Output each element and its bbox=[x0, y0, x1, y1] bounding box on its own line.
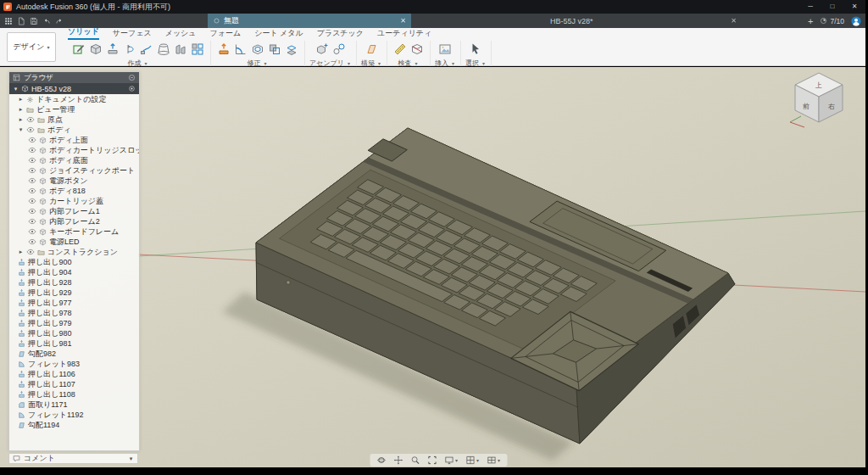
offset-face-icon[interactable] bbox=[283, 41, 300, 58]
ribbon-tab[interactable]: ユーティリティ bbox=[377, 28, 431, 40]
collapse-panel-icon[interactable] bbox=[128, 74, 136, 81]
measure-icon[interactable] bbox=[392, 41, 409, 58]
workspace-selector[interactable]: デザイン ▾ bbox=[7, 32, 56, 62]
caret-down-icon[interactable]: ▾ bbox=[18, 126, 24, 133]
tree-item[interactable]: キーボードフレーム bbox=[9, 226, 139, 237]
rib-icon[interactable] bbox=[172, 41, 189, 58]
tree-item[interactable]: 押し出し928 bbox=[9, 277, 139, 288]
app-grid-icon[interactable] bbox=[2, 14, 14, 27]
tree-item[interactable]: 勾配982 bbox=[9, 349, 139, 359]
job-status[interactable]: 7/10 bbox=[820, 17, 844, 25]
create-sketch-icon[interactable] bbox=[70, 41, 87, 58]
tree-item[interactable]: 勾配1194 bbox=[9, 420, 139, 430]
revolve-icon[interactable] bbox=[121, 41, 138, 58]
tree-item[interactable]: カートリッジ蓋 bbox=[9, 196, 139, 206]
save-icon[interactable] bbox=[27, 14, 40, 27]
display-settings-icon[interactable]: ▾ bbox=[444, 455, 458, 465]
section-analysis-icon[interactable] bbox=[409, 41, 426, 58]
zoom-icon[interactable] bbox=[410, 455, 420, 465]
viewports-icon[interactable]: ▾ bbox=[487, 455, 500, 465]
visibility-eye-icon[interactable] bbox=[26, 115, 35, 124]
caret-right-icon[interactable]: ▸ bbox=[18, 249, 24, 255]
document-tab[interactable]: HB-55J v28*✕ bbox=[545, 14, 742, 28]
visibility-eye-icon[interactable] bbox=[26, 126, 35, 134]
visibility-eye-icon[interactable] bbox=[28, 176, 36, 185]
visibility-eye-icon[interactable] bbox=[28, 207, 36, 215]
file-icon[interactable] bbox=[14, 14, 27, 27]
close-button[interactable]: ✕ bbox=[843, 0, 865, 14]
sweep-icon[interactable] bbox=[138, 41, 155, 58]
visibility-eye-icon[interactable] bbox=[28, 238, 36, 246]
joint-icon[interactable] bbox=[331, 41, 348, 58]
new-tab-button[interactable]: + bbox=[808, 16, 813, 26]
pan-icon[interactable] bbox=[393, 455, 403, 465]
visibility-eye-icon[interactable] bbox=[28, 217, 36, 226]
tree-item[interactable]: 押し出し900 bbox=[9, 257, 139, 267]
ribbon-tab[interactable]: プラスチック bbox=[317, 28, 364, 40]
tree-item[interactable]: フィレット983 bbox=[9, 359, 139, 369]
caret-down-icon[interactable]: ▾ bbox=[13, 86, 19, 92]
primitive-box-icon[interactable] bbox=[87, 41, 104, 58]
tree-item[interactable]: 押し出し1106 bbox=[9, 369, 139, 379]
tree-item[interactable]: ▾ボディ bbox=[9, 125, 139, 135]
tree-item[interactable]: 電源LED bbox=[9, 237, 139, 247]
tree-item[interactable]: ▸コンストラクション bbox=[9, 247, 139, 257]
shell-icon[interactable] bbox=[249, 41, 266, 58]
tree-item[interactable]: 内部フレーム1 bbox=[9, 206, 139, 216]
tree-item[interactable]: 押し出し977 bbox=[9, 298, 139, 308]
ribbon-tab[interactable]: シート メタル bbox=[254, 28, 303, 40]
fillet-icon[interactable] bbox=[232, 41, 249, 58]
caret-right-icon[interactable]: ▸ bbox=[18, 96, 24, 103]
tree-item[interactable]: ジョイスティックポート bbox=[9, 165, 139, 176]
visibility-eye-icon[interactable] bbox=[28, 227, 36, 236]
tree-item[interactable]: ▸ビュー管理 bbox=[9, 104, 139, 115]
press-pull-icon[interactable] bbox=[215, 41, 232, 58]
tree-item[interactable]: 面取り1171 bbox=[9, 400, 139, 410]
pattern-icon[interactable] bbox=[189, 41, 206, 58]
fit-icon[interactable] bbox=[427, 455, 437, 465]
tree-item[interactable]: ▸ドキュメントの設定 bbox=[9, 94, 139, 104]
visibility-eye-icon[interactable] bbox=[28, 136, 36, 144]
tree-item[interactable]: 押し出し980 bbox=[9, 328, 139, 338]
user-avatar[interactable] bbox=[851, 16, 861, 26]
visibility-eye-icon[interactable] bbox=[28, 197, 36, 205]
document-tab[interactable]: 無題✕ bbox=[208, 14, 411, 28]
visibility-eye-icon[interactable] bbox=[28, 156, 36, 165]
grid-display-icon[interactable]: ▾ bbox=[465, 455, 479, 465]
activate-component-radio[interactable] bbox=[128, 85, 136, 92]
ribbon-tab[interactable]: ソリッド bbox=[68, 26, 99, 40]
maximize-button[interactable]: □ bbox=[821, 0, 843, 14]
minimize-button[interactable]: ─ bbox=[799, 0, 821, 14]
tree-item[interactable]: ▸原点 bbox=[9, 115, 139, 125]
caret-right-icon[interactable]: ▸ bbox=[18, 106, 24, 113]
undo-icon[interactable] bbox=[40, 14, 53, 27]
orbit-icon[interactable] bbox=[376, 455, 386, 465]
ribbon-tab[interactable]: メッシュ bbox=[165, 28, 197, 40]
select-icon[interactable] bbox=[467, 41, 484, 58]
tree-item[interactable]: 内部フレーム2 bbox=[9, 216, 139, 226]
comments-bar[interactable]: コメント ▾ bbox=[8, 453, 138, 464]
ribbon-tab[interactable]: フォーム bbox=[210, 28, 242, 40]
construction-plane-icon[interactable] bbox=[363, 41, 380, 58]
tree-root-component[interactable]: ▾ HB-55J v28 bbox=[9, 83, 139, 94]
tree-item[interactable]: フィレット1192 bbox=[9, 410, 139, 420]
tab-close-button[interactable]: ✕ bbox=[731, 17, 737, 25]
tree-item[interactable]: 押し出し1107 bbox=[9, 379, 139, 389]
ribbon-tab[interactable]: サーフェス bbox=[113, 28, 152, 40]
extrude-icon[interactable] bbox=[104, 41, 121, 58]
tree-item[interactable]: 押し出し978 bbox=[9, 308, 139, 318]
new-component-icon[interactable] bbox=[314, 41, 331, 58]
tree-item[interactable]: ボディ底面 bbox=[9, 155, 139, 165]
insert-canvas-icon[interactable] bbox=[437, 41, 453, 58]
tree-item[interactable]: 押し出し904 bbox=[9, 267, 139, 277]
visibility-eye-icon[interactable] bbox=[28, 187, 36, 195]
redo-icon[interactable] bbox=[53, 14, 65, 27]
tree-item[interactable]: ボディ上面 bbox=[9, 135, 139, 145]
tree-item[interactable]: ボディ818 bbox=[9, 186, 139, 196]
tree-item[interactable]: 電源ボタン bbox=[9, 176, 139, 186]
visibility-eye-icon[interactable] bbox=[26, 248, 35, 256]
visibility-eye-icon[interactable] bbox=[28, 146, 36, 154]
tree-item[interactable]: 押し出し929 bbox=[9, 288, 139, 298]
tree-item[interactable]: 押し出し979 bbox=[9, 318, 139, 328]
expand-comments-icon[interactable]: ▾ bbox=[128, 455, 134, 462]
